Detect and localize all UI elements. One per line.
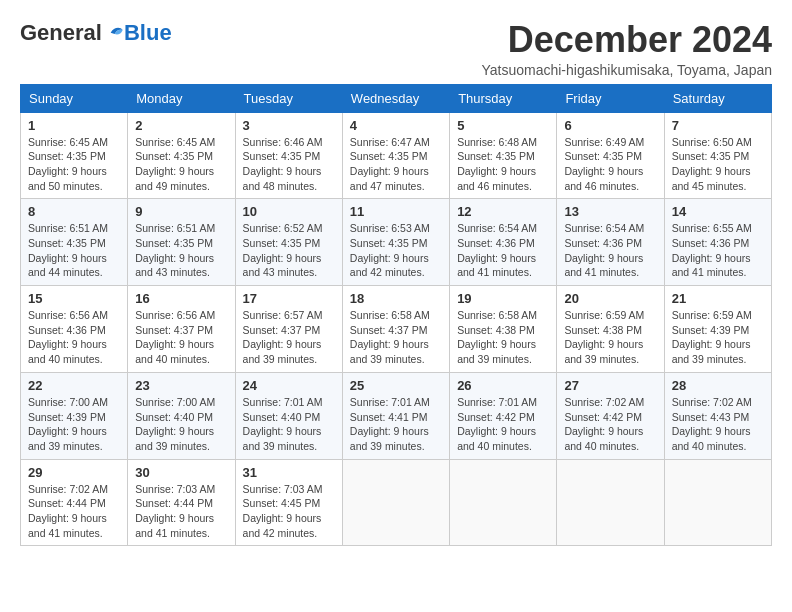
calendar-cell: 7 Sunrise: 6:50 AM Sunset: 4:35 PM Dayli… bbox=[664, 112, 771, 199]
day-number: 19 bbox=[457, 291, 549, 306]
day-of-week-header: Monday bbox=[128, 84, 235, 112]
calendar-cell: 29 Sunrise: 7:02 AM Sunset: 4:44 PM Dayl… bbox=[21, 459, 128, 546]
calendar-cell: 14 Sunrise: 6:55 AM Sunset: 4:36 PM Dayl… bbox=[664, 199, 771, 286]
calendar-cell: 11 Sunrise: 6:53 AM Sunset: 4:35 PM Dayl… bbox=[342, 199, 449, 286]
calendar-cell bbox=[664, 459, 771, 546]
logo-general-text: General bbox=[20, 20, 102, 46]
day-detail: Sunrise: 6:50 AM Sunset: 4:35 PM Dayligh… bbox=[672, 135, 764, 194]
day-detail: Sunrise: 6:56 AM Sunset: 4:37 PM Dayligh… bbox=[135, 308, 227, 367]
calendar-week-row: 22 Sunrise: 7:00 AM Sunset: 4:39 PM Dayl… bbox=[21, 372, 772, 459]
calendar-cell: 26 Sunrise: 7:01 AM Sunset: 4:42 PM Dayl… bbox=[450, 372, 557, 459]
day-number: 18 bbox=[350, 291, 442, 306]
day-detail: Sunrise: 7:03 AM Sunset: 4:45 PM Dayligh… bbox=[243, 482, 335, 541]
day-detail: Sunrise: 6:48 AM Sunset: 4:35 PM Dayligh… bbox=[457, 135, 549, 194]
day-detail: Sunrise: 7:01 AM Sunset: 4:41 PM Dayligh… bbox=[350, 395, 442, 454]
calendar-cell: 20 Sunrise: 6:59 AM Sunset: 4:38 PM Dayl… bbox=[557, 286, 664, 373]
calendar-cell: 30 Sunrise: 7:03 AM Sunset: 4:44 PM Dayl… bbox=[128, 459, 235, 546]
page-header: General Blue December 2024 Yatsuomachi-h… bbox=[20, 20, 772, 78]
day-number: 27 bbox=[564, 378, 656, 393]
day-detail: Sunrise: 6:52 AM Sunset: 4:35 PM Dayligh… bbox=[243, 221, 335, 280]
day-number: 30 bbox=[135, 465, 227, 480]
calendar-cell: 13 Sunrise: 6:54 AM Sunset: 4:36 PM Dayl… bbox=[557, 199, 664, 286]
calendar-cell: 2 Sunrise: 6:45 AM Sunset: 4:35 PM Dayli… bbox=[128, 112, 235, 199]
day-number: 29 bbox=[28, 465, 120, 480]
calendar-cell bbox=[342, 459, 449, 546]
day-detail: Sunrise: 7:01 AM Sunset: 4:42 PM Dayligh… bbox=[457, 395, 549, 454]
calendar-cell: 15 Sunrise: 6:56 AM Sunset: 4:36 PM Dayl… bbox=[21, 286, 128, 373]
day-detail: Sunrise: 6:57 AM Sunset: 4:37 PM Dayligh… bbox=[243, 308, 335, 367]
logo-blue-text: Blue bbox=[124, 20, 172, 46]
day-number: 11 bbox=[350, 204, 442, 219]
calendar-cell: 27 Sunrise: 7:02 AM Sunset: 4:42 PM Dayl… bbox=[557, 372, 664, 459]
day-detail: Sunrise: 6:55 AM Sunset: 4:36 PM Dayligh… bbox=[672, 221, 764, 280]
day-of-week-header: Friday bbox=[557, 84, 664, 112]
logo: General Blue bbox=[20, 20, 172, 46]
day-detail: Sunrise: 7:00 AM Sunset: 4:39 PM Dayligh… bbox=[28, 395, 120, 454]
calendar-cell bbox=[450, 459, 557, 546]
logo-bird-icon bbox=[104, 23, 124, 43]
calendar-cell: 9 Sunrise: 6:51 AM Sunset: 4:35 PM Dayli… bbox=[128, 199, 235, 286]
day-detail: Sunrise: 6:45 AM Sunset: 4:35 PM Dayligh… bbox=[135, 135, 227, 194]
day-of-week-header: Sunday bbox=[21, 84, 128, 112]
day-number: 26 bbox=[457, 378, 549, 393]
calendar-cell: 5 Sunrise: 6:48 AM Sunset: 4:35 PM Dayli… bbox=[450, 112, 557, 199]
calendar-cell: 3 Sunrise: 6:46 AM Sunset: 4:35 PM Dayli… bbox=[235, 112, 342, 199]
calendar-cell: 22 Sunrise: 7:00 AM Sunset: 4:39 PM Dayl… bbox=[21, 372, 128, 459]
day-number: 4 bbox=[350, 118, 442, 133]
day-number: 2 bbox=[135, 118, 227, 133]
day-detail: Sunrise: 7:02 AM Sunset: 4:43 PM Dayligh… bbox=[672, 395, 764, 454]
day-number: 3 bbox=[243, 118, 335, 133]
day-number: 17 bbox=[243, 291, 335, 306]
day-number: 22 bbox=[28, 378, 120, 393]
day-number: 23 bbox=[135, 378, 227, 393]
calendar-cell: 19 Sunrise: 6:58 AM Sunset: 4:38 PM Dayl… bbox=[450, 286, 557, 373]
calendar-cell bbox=[557, 459, 664, 546]
day-detail: Sunrise: 6:58 AM Sunset: 4:37 PM Dayligh… bbox=[350, 308, 442, 367]
day-number: 1 bbox=[28, 118, 120, 133]
day-number: 5 bbox=[457, 118, 549, 133]
day-detail: Sunrise: 6:54 AM Sunset: 4:36 PM Dayligh… bbox=[564, 221, 656, 280]
day-detail: Sunrise: 6:56 AM Sunset: 4:36 PM Dayligh… bbox=[28, 308, 120, 367]
calendar-cell: 28 Sunrise: 7:02 AM Sunset: 4:43 PM Dayl… bbox=[664, 372, 771, 459]
day-of-week-header: Saturday bbox=[664, 84, 771, 112]
day-number: 13 bbox=[564, 204, 656, 219]
day-detail: Sunrise: 7:01 AM Sunset: 4:40 PM Dayligh… bbox=[243, 395, 335, 454]
calendar-cell: 16 Sunrise: 6:56 AM Sunset: 4:37 PM Dayl… bbox=[128, 286, 235, 373]
calendar-cell: 1 Sunrise: 6:45 AM Sunset: 4:35 PM Dayli… bbox=[21, 112, 128, 199]
calendar-cell: 18 Sunrise: 6:58 AM Sunset: 4:37 PM Dayl… bbox=[342, 286, 449, 373]
calendar-cell: 31 Sunrise: 7:03 AM Sunset: 4:45 PM Dayl… bbox=[235, 459, 342, 546]
day-number: 25 bbox=[350, 378, 442, 393]
day-detail: Sunrise: 6:58 AM Sunset: 4:38 PM Dayligh… bbox=[457, 308, 549, 367]
calendar-cell: 12 Sunrise: 6:54 AM Sunset: 4:36 PM Dayl… bbox=[450, 199, 557, 286]
day-number: 8 bbox=[28, 204, 120, 219]
calendar-header-row: SundayMondayTuesdayWednesdayThursdayFrid… bbox=[21, 84, 772, 112]
day-detail: Sunrise: 6:51 AM Sunset: 4:35 PM Dayligh… bbox=[135, 221, 227, 280]
day-detail: Sunrise: 6:53 AM Sunset: 4:35 PM Dayligh… bbox=[350, 221, 442, 280]
day-detail: Sunrise: 6:45 AM Sunset: 4:35 PM Dayligh… bbox=[28, 135, 120, 194]
month-title: December 2024 bbox=[481, 20, 772, 60]
calendar-cell: 23 Sunrise: 7:00 AM Sunset: 4:40 PM Dayl… bbox=[128, 372, 235, 459]
calendar-cell: 8 Sunrise: 6:51 AM Sunset: 4:35 PM Dayli… bbox=[21, 199, 128, 286]
calendar-table: SundayMondayTuesdayWednesdayThursdayFrid… bbox=[20, 84, 772, 547]
day-number: 6 bbox=[564, 118, 656, 133]
calendar-cell: 24 Sunrise: 7:01 AM Sunset: 4:40 PM Dayl… bbox=[235, 372, 342, 459]
location-title: Yatsuomachi-higashikumisaka, Toyama, Jap… bbox=[481, 62, 772, 78]
day-number: 31 bbox=[243, 465, 335, 480]
calendar-week-row: 8 Sunrise: 6:51 AM Sunset: 4:35 PM Dayli… bbox=[21, 199, 772, 286]
day-detail: Sunrise: 7:00 AM Sunset: 4:40 PM Dayligh… bbox=[135, 395, 227, 454]
day-detail: Sunrise: 6:49 AM Sunset: 4:35 PM Dayligh… bbox=[564, 135, 656, 194]
day-number: 14 bbox=[672, 204, 764, 219]
calendar-cell: 6 Sunrise: 6:49 AM Sunset: 4:35 PM Dayli… bbox=[557, 112, 664, 199]
calendar-week-row: 1 Sunrise: 6:45 AM Sunset: 4:35 PM Dayli… bbox=[21, 112, 772, 199]
day-of-week-header: Tuesday bbox=[235, 84, 342, 112]
calendar-week-row: 29 Sunrise: 7:02 AM Sunset: 4:44 PM Dayl… bbox=[21, 459, 772, 546]
calendar-week-row: 15 Sunrise: 6:56 AM Sunset: 4:36 PM Dayl… bbox=[21, 286, 772, 373]
day-number: 12 bbox=[457, 204, 549, 219]
day-detail: Sunrise: 6:54 AM Sunset: 4:36 PM Dayligh… bbox=[457, 221, 549, 280]
day-detail: Sunrise: 6:47 AM Sunset: 4:35 PM Dayligh… bbox=[350, 135, 442, 194]
day-of-week-header: Wednesday bbox=[342, 84, 449, 112]
calendar-cell: 21 Sunrise: 6:59 AM Sunset: 4:39 PM Dayl… bbox=[664, 286, 771, 373]
day-detail: Sunrise: 6:59 AM Sunset: 4:39 PM Dayligh… bbox=[672, 308, 764, 367]
calendar-cell: 25 Sunrise: 7:01 AM Sunset: 4:41 PM Dayl… bbox=[342, 372, 449, 459]
day-number: 28 bbox=[672, 378, 764, 393]
